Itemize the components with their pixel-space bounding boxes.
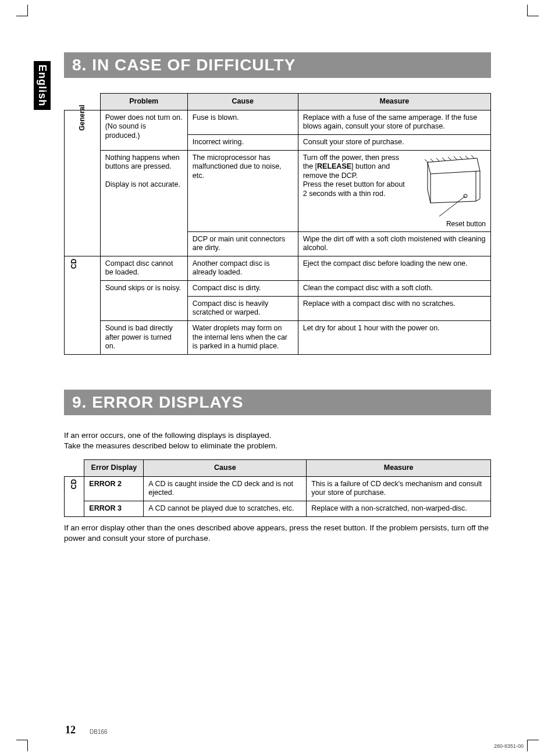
measure-cell: This is a failure of CD deck's mechanism… xyxy=(307,476,491,501)
category-cd: CD xyxy=(65,476,84,516)
col-cause: Cause xyxy=(187,94,298,110)
measure-cell: Replace with a compact disc with no scra… xyxy=(298,296,490,320)
difficulty-table: Problem Cause Measure General Power does… xyxy=(64,93,491,355)
cause-cell: Compact disc is dirty. xyxy=(187,281,298,297)
problem-cell: Sound is bad directly after power is tur… xyxy=(100,320,187,354)
problem-cell: Compact disc cannot be loaded. xyxy=(100,256,187,280)
cause-cell: Compact disc is heavily scratched or war… xyxy=(187,296,298,320)
measure-cell: Consult your store of purchase. xyxy=(298,134,490,150)
error-table: Error Display Cause Measure CD ERROR 2 A… xyxy=(64,459,491,517)
col-measure: Measure xyxy=(307,460,491,477)
cause-cell: The microprocessor has malfunctioned due… xyxy=(187,150,298,231)
error-code: ERROR 3 xyxy=(84,501,144,517)
page-number: 12 xyxy=(65,724,76,736)
cause-cell: A CD cannot be played due to scratches, … xyxy=(144,501,307,517)
measure-cell: Wipe the dirt off with a soft cloth mois… xyxy=(298,231,490,256)
category-cd: CD xyxy=(65,256,101,354)
measure-cell: Replace with a non-scratched, non-warped… xyxy=(307,501,491,517)
col-cause: Cause xyxy=(144,460,307,477)
language-tab: English xyxy=(34,61,51,110)
section-title-errors: 9. ERROR DISPLAYS xyxy=(64,390,491,415)
problem-cell: Nothing happens when buttons are pressed… xyxy=(100,150,187,256)
category-general: General xyxy=(65,110,101,256)
model-code: DB166 xyxy=(90,729,108,735)
measure-cell: Let dry for about 1 hour with the power … xyxy=(298,320,490,354)
document-number: 280-8351-00 xyxy=(494,743,524,749)
col-problem: Problem xyxy=(100,94,187,110)
error-code: ERROR 2 xyxy=(84,476,144,501)
measure-cell: Turn off the power, then press the [RELE… xyxy=(298,150,490,231)
cause-cell: Incorrect wiring. xyxy=(187,134,298,150)
problem-cell: Sound skips or is noisy. xyxy=(100,281,187,321)
reset-caption: Reset button xyxy=(303,220,486,229)
col-measure: Measure xyxy=(298,94,490,110)
measure-cell: Eject the compact disc before loading th… xyxy=(298,256,490,280)
error-intro: If an error occurs, one of the following… xyxy=(64,430,491,451)
cause-cell: Another compact disc is already loaded. xyxy=(187,256,298,280)
reset-button-illustration xyxy=(410,154,486,217)
section-title-difficulty: 8. IN CASE OF DIFFICULTY xyxy=(64,52,491,78)
problem-cell: Power does not turn on. (No sound is pro… xyxy=(100,110,187,150)
cause-cell: A CD is caught inside the CD deck and is… xyxy=(144,476,307,501)
cause-cell: Fuse is blown. xyxy=(187,110,298,134)
measure-cell: Replace with a fuse of the same amperage… xyxy=(298,110,490,134)
measure-cell: Clean the compact disc with a soft cloth… xyxy=(298,281,490,297)
error-outro: If an error display other than the ones … xyxy=(64,523,491,544)
col-error-display: Error Display xyxy=(84,460,144,477)
cause-cell: DCP or main unit connectors are dirty. xyxy=(187,231,298,256)
cause-cell: Water droplets may form on the internal … xyxy=(187,320,298,354)
